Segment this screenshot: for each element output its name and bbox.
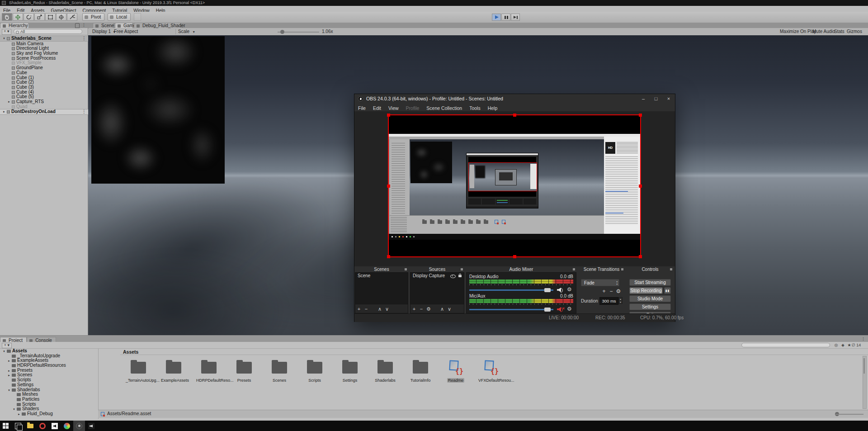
scenes-dock-title[interactable]: Scenes	[355, 266, 408, 272]
scenes-tool-button[interactable]: ∧	[376, 305, 383, 313]
hierarchy-item[interactable]: Scene PostProcess	[0, 56, 88, 61]
expand-arrow-icon[interactable]: ►	[3, 109, 7, 114]
resize-handle[interactable]	[387, 114, 390, 117]
task-view-button[interactable]	[12, 421, 24, 431]
asset-item[interactable]: {} Scenes	[267, 359, 292, 384]
project-tree-item[interactable]: ▼Shaderlabs	[0, 388, 98, 393]
sources-tool-button[interactable]: −	[418, 305, 425, 313]
source-list-item[interactable]: Display Capture	[410, 273, 464, 279]
project-tree-item[interactable]: Meshes	[0, 392, 98, 397]
resize-handle[interactable]	[639, 255, 642, 258]
control-button[interactable]: Stop Recording	[629, 287, 663, 294]
scene-options-icon[interactable]: ⋮	[82, 109, 86, 114]
sources-tool-button[interactable]: ⚙	[425, 305, 432, 313]
view-tab[interactable]: Debug_Fluid_Shader	[134, 23, 181, 28]
capture-preview-canvas[interactable]: HD	[388, 114, 641, 257]
select-spinner-icon[interactable]: ▴▾	[616, 280, 618, 285]
game-toolbar-button[interactable]: Gizmos	[847, 28, 862, 35]
speaker-mute-icon[interactable]	[557, 307, 563, 312]
hierarchy-item[interactable]: Cube (2)	[0, 80, 88, 85]
grid-scrollbar[interactable]	[863, 356, 867, 409]
media-player-button[interactable]	[49, 421, 61, 431]
control-button[interactable]: Settings	[629, 303, 671, 310]
tab-hierarchy[interactable]: Hierarchy	[0, 23, 29, 28]
duration-input[interactable]: 300 ms	[599, 297, 618, 305]
pivot-toggle-button[interactable]: Pivot	[82, 13, 104, 21]
maximize-button[interactable]: □	[650, 94, 662, 104]
lock-icon[interactable]	[458, 275, 462, 277]
scale-tool-button[interactable]	[34, 13, 45, 21]
hierarchy-item[interactable]: ►DontDestroyOnLoad⋮	[0, 109, 88, 115]
volume-slider[interactable]	[469, 288, 553, 292]
local-toggle-button[interactable]: Local	[108, 13, 131, 21]
transition-tool-button[interactable]: ⚙	[615, 288, 622, 294]
resize-handle[interactable]	[387, 255, 390, 258]
rotate-tool-button[interactable]	[24, 13, 34, 21]
gizmos-caret[interactable]: ▼	[863, 28, 868, 36]
volume-slider[interactable]	[469, 308, 553, 312]
volume-slider-handle[interactable]	[544, 288, 551, 292]
photos-button[interactable]	[61, 421, 73, 431]
hierarchy-item[interactable]: Cube (3)	[0, 85, 88, 90]
rect-tool-button[interactable]	[45, 13, 56, 21]
asset-item[interactable]: {} Settings	[337, 359, 363, 384]
audio-mixer-dock-title[interactable]: Audio Mixer	[466, 266, 576, 272]
scenes-tool-button[interactable]: ∨	[383, 305, 391, 313]
scenes-tool-button[interactable]: +	[355, 305, 363, 313]
scene-list-item[interactable]: Scene	[355, 273, 408, 279]
sources-tool-button[interactable]: +	[410, 305, 418, 313]
view-tab[interactable]: Game	[115, 23, 133, 28]
collab-button[interactable]	[134, 13, 141, 21]
asset-item[interactable]: {} Readme	[443, 359, 468, 384]
game-toolbar-button[interactable]: Mute Audio	[812, 28, 835, 35]
resize-handle[interactable]	[513, 114, 516, 117]
project-tree-item[interactable]: Scripts	[0, 378, 98, 383]
hierarchy-item[interactable]: Cube (4)	[0, 90, 88, 95]
icon-size-slider[interactable]	[835, 414, 863, 415]
control-button[interactable]: Start Streaming	[629, 279, 671, 286]
sources-tool-button[interactable]: ∧	[439, 305, 446, 313]
channel-settings-gear-icon[interactable]: ⚙	[567, 286, 572, 293]
expand-arrow-icon[interactable]: ►	[8, 99, 12, 104]
hierarchy-item[interactable]: ►Capture_RTS	[0, 99, 88, 104]
controls-dock-title[interactable]: Controls	[627, 266, 674, 272]
project-menu-icon[interactable]: ⋮	[861, 336, 865, 341]
opera-button[interactable]	[37, 421, 48, 431]
step-button[interactable]	[511, 14, 520, 21]
move-tool-button[interactable]	[13, 13, 23, 21]
search-by-type-icon[interactable]: ◎	[833, 343, 839, 348]
create-asset-button[interactable]: + ▾	[2, 343, 12, 348]
scenes-tool-button[interactable]: −	[363, 305, 370, 313]
volume-mixer-button[interactable]	[85, 421, 97, 431]
asset-item[interactable]: {} VFXDefaultResou...	[478, 359, 504, 384]
project-tree-item[interactable]: Scripts	[0, 402, 98, 407]
transitions-dock-title[interactable]: Scene Transitions	[578, 266, 625, 272]
hierarchy-item[interactable]: Quad	[0, 104, 88, 109]
volume-slider-handle[interactable]	[544, 308, 551, 312]
transition-tool-button[interactable]: +	[600, 288, 608, 294]
channel-settings-gear-icon[interactable]: ⚙	[567, 306, 572, 312]
view-tab[interactable]: Scene	[93, 23, 114, 28]
pause-recording-button[interactable]: ▮▮	[664, 287, 671, 294]
visibility-eye-icon[interactable]	[450, 275, 456, 278]
project-tree-item[interactable]: Settings	[0, 383, 98, 388]
create-object-button[interactable]: + ▾	[2, 29, 11, 35]
asset-item[interactable]: {} Presets	[231, 359, 257, 384]
transform-tool-button[interactable]	[56, 13, 66, 21]
display-dropdown[interactable]: Display 1▼	[92, 28, 116, 36]
hand-tool-button[interactable]	[2, 13, 12, 21]
asset-item[interactable]: {} HDRPDefaultReso...	[196, 359, 222, 384]
project-tree-item[interactable]: ►Presets	[0, 368, 98, 373]
game-toolbar-button[interactable]: Stats	[834, 28, 844, 35]
hierarchy-item[interactable]: GroundPlane	[0, 66, 88, 71]
resize-handle[interactable]	[639, 185, 642, 188]
lock-icon[interactable]	[75, 23, 80, 28]
sources-dock-title[interactable]: Sources	[410, 266, 464, 272]
play-button[interactable]	[492, 14, 501, 21]
asset-item[interactable]: {} TutorialInfo	[408, 359, 433, 384]
speaker-mute-icon[interactable]	[557, 287, 563, 293]
pause-button[interactable]	[501, 14, 510, 21]
hierarchy-item[interactable]: Cube (5)	[0, 95, 88, 99]
file-explorer-button[interactable]	[24, 421, 36, 431]
transition-tool-button[interactable]: −	[608, 288, 615, 294]
